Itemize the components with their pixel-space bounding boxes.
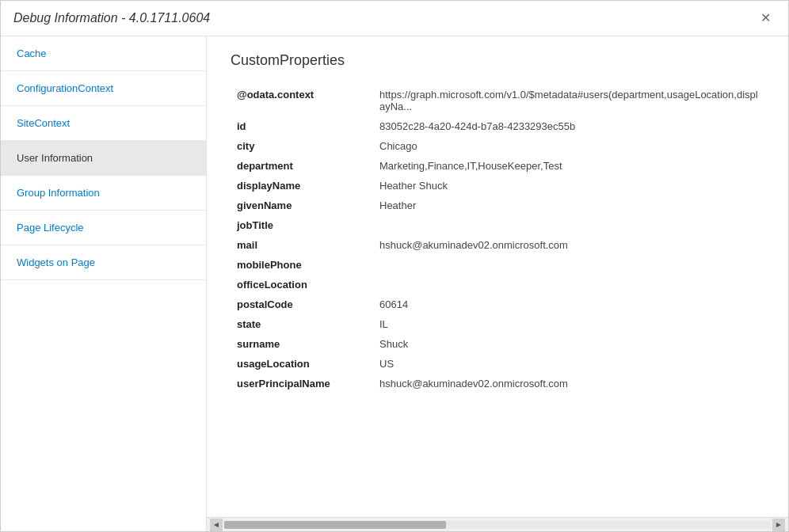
section-title: CustomProperties [231,52,764,69]
close-button[interactable]: ✕ [756,10,776,26]
sidebar: CacheConfigurationContextSiteContextUser… [1,36,207,531]
dialog-title: Debug Information - 4.0.1711.0604 [13,11,210,25]
sidebar-item-page-lifecycle[interactable]: Page Lifecycle [1,211,206,245]
table-row: cityChicago [231,136,764,156]
debug-dialog: Debug Information - 4.0.1711.0604 ✕ Cach… [0,0,789,532]
sidebar-item-user-information[interactable]: User Information [1,141,206,176]
table-row: stateIL [231,314,764,334]
table-row: givenNameHeather [231,196,764,215]
title-bar: Debug Information - 4.0.1711.0604 ✕ [1,1,788,36]
property-value: 60614 [373,294,764,314]
properties-table: @odata.contexthttps://graph.microsoft.co… [231,85,764,393]
property-key: state [231,314,373,334]
sidebar-item-site-context[interactable]: SiteContext [1,106,206,141]
property-key: @odata.context [231,85,373,116]
sidebar-item-cache[interactable]: Cache [1,36,206,71]
table-row: officeLocation [231,275,764,294]
property-value [373,275,764,294]
property-key: mobilePhone [231,255,373,275]
scroll-track [224,521,771,529]
table-row: surnameShuck [231,334,764,354]
property-key: givenName [231,196,373,215]
sidebar-item-configuration-context[interactable]: ConfigurationContext [1,71,206,106]
property-value: Chicago [373,136,764,156]
table-row: @odata.contexthttps://graph.microsoft.co… [231,85,764,116]
scroll-thumb[interactable] [224,521,446,529]
table-row: departmentMarketing,Finance,IT,HouseKeep… [231,156,764,176]
property-key: city [231,136,373,156]
property-key: id [231,116,373,136]
horizontal-scrollbar: ◄ ► [207,517,788,531]
property-key: postalCode [231,294,373,314]
dialog-body: CacheConfigurationContextSiteContextUser… [1,36,788,531]
property-key: userPrincipalName [231,374,373,393]
property-value: hshuck@akuminadev02.onmicrosoft.com [373,235,764,255]
property-value: https://graph.microsoft.com/v1.0/$metada… [373,85,764,116]
table-row: userPrincipalNamehshuck@akuminadev02.onm… [231,374,764,393]
scroll-left-button[interactable]: ◄ [210,519,223,531]
property-value: Shuck [373,334,764,354]
table-row: id83052c28-4a20-424d-b7a8-4233293ec55b [231,116,764,136]
sidebar-item-group-information[interactable]: Group Information [1,176,206,211]
property-key: surname [231,334,373,354]
property-value: US [373,354,764,374]
table-row: jobTitle [231,215,764,235]
property-value: 83052c28-4a20-424d-b7a8-4233293ec55b [373,116,764,136]
property-key: jobTitle [231,215,373,235]
property-key: department [231,156,373,176]
property-value [373,215,764,235]
property-key: usageLocation [231,354,373,374]
property-value: IL [373,314,764,334]
property-key: displayName [231,176,373,196]
table-row: mobilePhone [231,255,764,275]
property-key: mail [231,235,373,255]
table-row: usageLocationUS [231,354,764,374]
sidebar-item-widgets-on-page[interactable]: Widgets on Page [1,245,206,280]
scroll-right-button[interactable]: ► [772,519,785,531]
property-key: officeLocation [231,275,373,294]
property-value: Heather Shuck [373,176,764,196]
table-row: mailhshuck@akuminadev02.onmicrosoft.com [231,235,764,255]
property-value: Marketing,Finance,IT,HouseKeeper,Test [373,156,764,176]
property-value [373,255,764,275]
property-value: Heather [373,196,764,215]
table-row: displayNameHeather Shuck [231,176,764,196]
table-row: postalCode60614 [231,294,764,314]
main-content: CustomProperties @odata.contexthttps://g… [207,36,788,517]
property-value: hshuck@akuminadev02.onmicrosoft.com [373,374,764,393]
